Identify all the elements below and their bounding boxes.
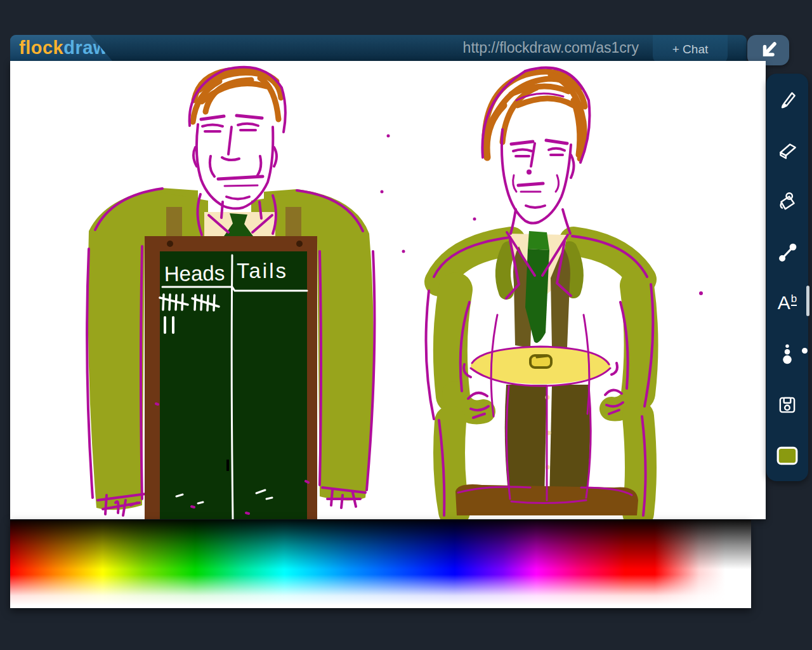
session-url[interactable]: http://flockdraw.com/as1cry xyxy=(463,35,639,61)
chalkboard: Heads Tails xyxy=(145,236,317,519)
shared-drawing: Heads Tails xyxy=(10,61,766,519)
drawing-canvas[interactable]: Heads Tails xyxy=(10,61,766,519)
tool-color-swatch[interactable] xyxy=(773,442,801,470)
color-swatch xyxy=(776,444,799,467)
chat-button-label: + Chat xyxy=(672,43,709,56)
app-logo: flockdraw xyxy=(19,39,108,57)
brush-icon xyxy=(776,88,799,110)
chalkboard-tails-label: Tails xyxy=(237,259,288,282)
panel-scrollbar-thumb[interactable] xyxy=(806,286,809,316)
save-icon xyxy=(776,394,799,416)
paint-bucket-icon xyxy=(776,190,799,213)
tool-eraser[interactable] xyxy=(773,136,801,164)
text-icon: A b xyxy=(778,293,797,312)
logo-part-draw: draw xyxy=(63,37,108,58)
right-man-figure xyxy=(402,68,704,515)
logo-tab: flockdraw xyxy=(10,35,118,61)
tool-save[interactable] xyxy=(773,391,801,419)
eraser-icon xyxy=(776,138,799,161)
line-icon xyxy=(776,241,799,263)
brush-size-icon xyxy=(776,342,799,365)
logo-part-flock: flock xyxy=(19,37,63,58)
arrow-down-left-icon xyxy=(757,39,780,61)
tool-panel: A b xyxy=(766,74,808,481)
tool-text[interactable]: A b xyxy=(773,289,801,317)
tool-brush[interactable] xyxy=(773,85,801,113)
left-man-figure: Heads Tails xyxy=(87,67,390,519)
text-icon-b: b xyxy=(791,293,797,306)
tool-brush-size[interactable] xyxy=(773,340,801,368)
text-icon-a: A xyxy=(778,293,790,312)
color-spectrum-picker[interactable] xyxy=(10,520,751,608)
size-indicator-dot xyxy=(802,348,808,354)
chat-button[interactable]: + Chat xyxy=(653,35,728,63)
header-bar: flockdraw http://flockdraw.com/as1cry + … xyxy=(10,35,747,61)
tool-fill[interactable] xyxy=(773,187,801,215)
tool-line[interactable] xyxy=(773,238,801,266)
chalkboard-heads-label: Heads xyxy=(164,261,225,286)
